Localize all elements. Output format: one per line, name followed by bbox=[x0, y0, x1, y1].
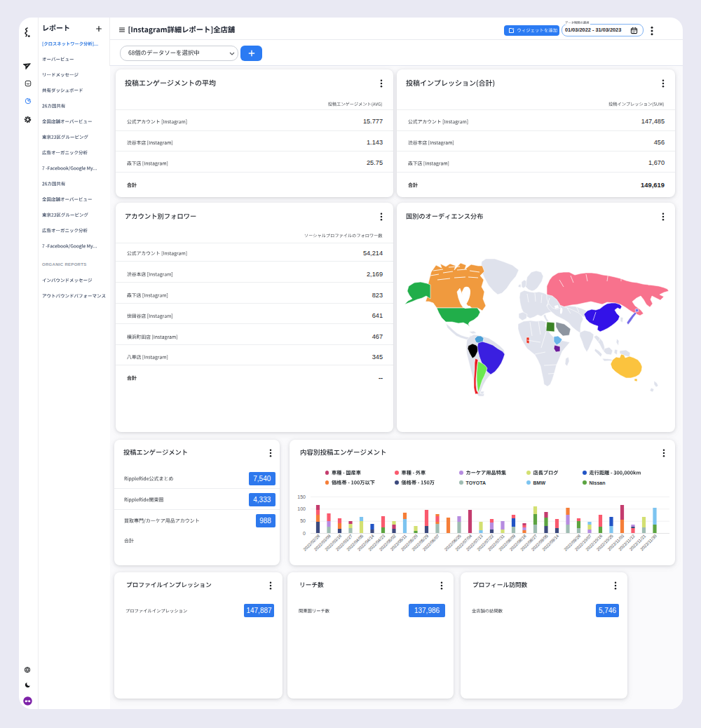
svg-text:0: 0 bbox=[303, 531, 306, 536]
svg-text:50: 50 bbox=[300, 518, 306, 523]
svg-text:150: 150 bbox=[297, 494, 306, 499]
svg-text:100: 100 bbox=[297, 506, 306, 511]
